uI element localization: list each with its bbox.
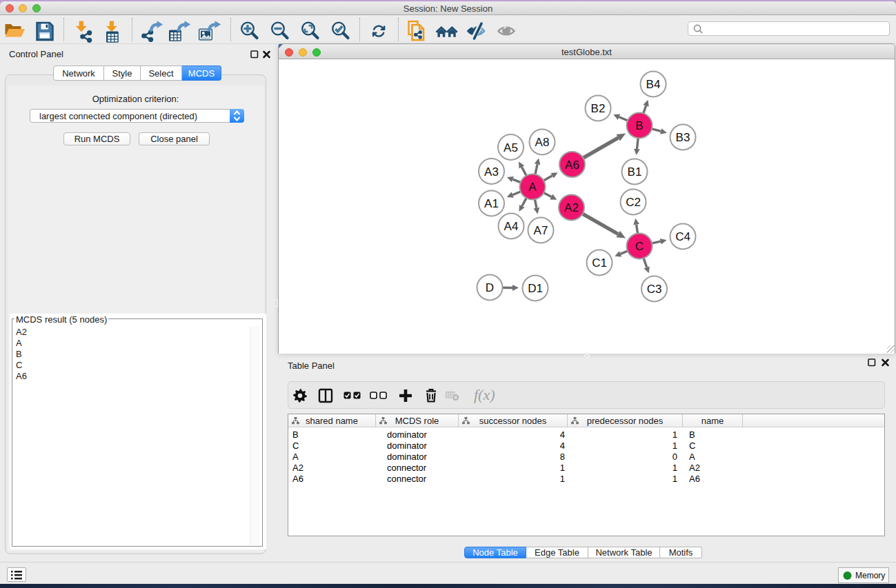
svg-text:B3: B3 xyxy=(676,131,690,144)
svg-text:D1: D1 xyxy=(528,282,543,295)
svg-text:A2: A2 xyxy=(564,201,579,214)
svg-text:B4: B4 xyxy=(646,78,661,91)
svg-text:B: B xyxy=(635,119,643,132)
svg-text:A6: A6 xyxy=(565,159,579,172)
svg-text:A: A xyxy=(528,181,537,194)
svg-text:D: D xyxy=(486,281,494,294)
svg-text:C: C xyxy=(635,240,644,253)
svg-text:B2: B2 xyxy=(591,102,606,115)
svg-text:C3: C3 xyxy=(647,283,662,296)
svg-text:A3: A3 xyxy=(484,165,499,179)
svg-text:A7: A7 xyxy=(534,224,548,237)
svg-text:A1: A1 xyxy=(484,197,499,210)
svg-text:C2: C2 xyxy=(626,196,641,209)
svg-text:A4: A4 xyxy=(504,220,519,233)
svg-text:A8: A8 xyxy=(535,136,550,149)
svg-text:C4: C4 xyxy=(675,230,690,243)
svg-text:C1: C1 xyxy=(592,256,607,270)
svg-text:B1: B1 xyxy=(628,165,642,179)
svg-text:A5: A5 xyxy=(504,141,518,154)
